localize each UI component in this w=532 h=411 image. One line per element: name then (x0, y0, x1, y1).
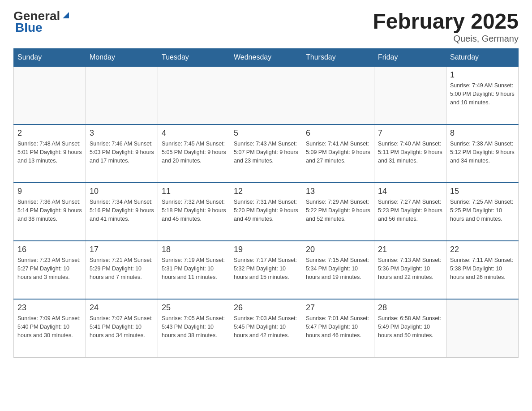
header-tuesday: Tuesday (158, 49, 230, 67)
table-row: 12Sunrise: 7:31 AM Sunset: 5:20 PM Dayli… (230, 183, 302, 241)
table-row: 7Sunrise: 7:40 AM Sunset: 5:11 PM Daylig… (374, 124, 446, 183)
day-info: Sunrise: 7:05 AM Sunset: 5:43 PM Dayligh… (162, 314, 226, 339)
day-info: Sunrise: 7:15 AM Sunset: 5:34 PM Dayligh… (306, 256, 370, 281)
page-title: February 2025 (373, 9, 519, 34)
table-row: 28Sunrise: 6:58 AM Sunset: 5:49 PM Dayli… (374, 299, 446, 357)
day-number: 22 (450, 245, 515, 254)
table-row: 8Sunrise: 7:38 AM Sunset: 5:12 PM Daylig… (446, 124, 519, 183)
day-info: Sunrise: 7:25 AM Sunset: 5:25 PM Dayligh… (450, 198, 515, 223)
table-row: 25Sunrise: 7:05 AM Sunset: 5:43 PM Dayli… (158, 299, 230, 357)
table-row: 24Sunrise: 7:07 AM Sunset: 5:41 PM Dayli… (86, 299, 158, 357)
table-row: 14Sunrise: 7:27 AM Sunset: 5:23 PM Dayli… (374, 183, 446, 241)
day-number: 26 (234, 303, 298, 313)
day-info: Sunrise: 6:58 AM Sunset: 5:49 PM Dayligh… (378, 314, 442, 339)
day-info: Sunrise: 7:17 AM Sunset: 5:32 PM Dayligh… (234, 256, 298, 281)
svg-marker-0 (63, 12, 69, 18)
day-number: 13 (306, 187, 370, 196)
table-row: 5Sunrise: 7:43 AM Sunset: 5:07 PM Daylig… (230, 124, 302, 183)
day-info: Sunrise: 7:45 AM Sunset: 5:05 PM Dayligh… (162, 140, 226, 165)
day-info: Sunrise: 7:07 AM Sunset: 5:41 PM Dayligh… (90, 314, 154, 339)
day-info: Sunrise: 7:19 AM Sunset: 5:31 PM Dayligh… (162, 256, 226, 281)
day-number: 23 (17, 303, 82, 313)
day-info: Sunrise: 7:40 AM Sunset: 5:11 PM Dayligh… (378, 140, 442, 165)
header-friday: Friday (374, 49, 446, 67)
day-number: 4 (162, 128, 226, 138)
table-row: 11Sunrise: 7:32 AM Sunset: 5:18 PM Dayli… (158, 183, 230, 241)
table-row: 13Sunrise: 7:29 AM Sunset: 5:22 PM Dayli… (302, 183, 374, 241)
day-info: Sunrise: 7:21 AM Sunset: 5:29 PM Dayligh… (90, 256, 154, 281)
day-info: Sunrise: 7:13 AM Sunset: 5:36 PM Dayligh… (378, 256, 442, 281)
day-number: 20 (306, 245, 370, 254)
day-number: 7 (378, 128, 442, 138)
table-row: 9Sunrise: 7:36 AM Sunset: 5:14 PM Daylig… (14, 183, 86, 241)
day-number: 25 (162, 303, 226, 313)
header-sunday: Sunday (14, 49, 86, 67)
day-info: Sunrise: 7:46 AM Sunset: 5:03 PM Dayligh… (90, 140, 154, 165)
day-number: 6 (306, 128, 370, 138)
day-info: Sunrise: 7:32 AM Sunset: 5:18 PM Dayligh… (162, 198, 226, 223)
table-row: 21Sunrise: 7:13 AM Sunset: 5:36 PM Dayli… (374, 241, 446, 299)
day-number: 11 (162, 187, 226, 196)
table-row: 18Sunrise: 7:19 AM Sunset: 5:31 PM Dayli… (158, 241, 230, 299)
day-number: 16 (17, 245, 82, 254)
day-number: 24 (90, 303, 154, 313)
header-thursday: Thursday (302, 49, 374, 67)
day-info: Sunrise: 7:03 AM Sunset: 5:45 PM Dayligh… (234, 314, 298, 339)
day-number: 18 (162, 245, 226, 254)
table-row (374, 66, 446, 124)
logo-blue-text: Blue (15, 21, 43, 35)
table-row (230, 66, 302, 124)
day-info: Sunrise: 7:34 AM Sunset: 5:16 PM Dayligh… (90, 198, 154, 223)
day-number: 5 (234, 128, 298, 138)
table-row: 19Sunrise: 7:17 AM Sunset: 5:32 PM Dayli… (230, 241, 302, 299)
title-block: February 2025 Queis, Germany (373, 9, 519, 44)
day-info: Sunrise: 7:43 AM Sunset: 5:07 PM Dayligh… (234, 140, 298, 165)
header-wednesday: Wednesday (230, 49, 302, 67)
calendar-header-row: Sunday Monday Tuesday Wednesday Thursday… (14, 49, 519, 67)
day-info: Sunrise: 7:09 AM Sunset: 5:40 PM Dayligh… (17, 314, 82, 339)
page-header: General Blue February 2025 Queis, German… (13, 9, 519, 44)
table-row: 16Sunrise: 7:23 AM Sunset: 5:27 PM Dayli… (14, 241, 86, 299)
day-info: Sunrise: 7:41 AM Sunset: 5:09 PM Dayligh… (306, 140, 370, 165)
day-number: 12 (234, 187, 298, 196)
table-row: 23Sunrise: 7:09 AM Sunset: 5:40 PM Dayli… (14, 299, 86, 357)
day-number: 1 (450, 70, 515, 80)
day-info: Sunrise: 7:23 AM Sunset: 5:27 PM Dayligh… (17, 256, 82, 281)
day-number: 2 (17, 128, 82, 138)
day-number: 28 (378, 303, 442, 313)
table-row: 1Sunrise: 7:49 AM Sunset: 5:00 PM Daylig… (446, 66, 519, 124)
table-row (86, 66, 158, 124)
table-row: 2Sunrise: 7:48 AM Sunset: 5:01 PM Daylig… (14, 124, 86, 183)
table-row: 3Sunrise: 7:46 AM Sunset: 5:03 PM Daylig… (86, 124, 158, 183)
day-info: Sunrise: 7:29 AM Sunset: 5:22 PM Dayligh… (306, 198, 370, 223)
day-info: Sunrise: 7:31 AM Sunset: 5:20 PM Dayligh… (234, 198, 298, 223)
table-row: 15Sunrise: 7:25 AM Sunset: 5:25 PM Dayli… (446, 183, 519, 241)
day-number: 19 (234, 245, 298, 254)
table-row: 20Sunrise: 7:15 AM Sunset: 5:34 PM Dayli… (302, 241, 374, 299)
table-row: 10Sunrise: 7:34 AM Sunset: 5:16 PM Dayli… (86, 183, 158, 241)
day-info: Sunrise: 7:48 AM Sunset: 5:01 PM Dayligh… (17, 140, 82, 165)
logo: General Blue (13, 9, 71, 35)
day-info: Sunrise: 7:27 AM Sunset: 5:23 PM Dayligh… (378, 198, 442, 223)
table-row (302, 66, 374, 124)
table-row: 4Sunrise: 7:45 AM Sunset: 5:05 PM Daylig… (158, 124, 230, 183)
day-info: Sunrise: 7:01 AM Sunset: 5:47 PM Dayligh… (306, 314, 370, 339)
day-info: Sunrise: 7:38 AM Sunset: 5:12 PM Dayligh… (450, 140, 515, 165)
table-row: 22Sunrise: 7:11 AM Sunset: 5:38 PM Dayli… (446, 241, 519, 299)
table-row (158, 66, 230, 124)
day-number: 27 (306, 303, 370, 313)
table-row: 26Sunrise: 7:03 AM Sunset: 5:45 PM Dayli… (230, 299, 302, 357)
header-monday: Monday (86, 49, 158, 67)
table-row: 27Sunrise: 7:01 AM Sunset: 5:47 PM Dayli… (302, 299, 374, 357)
day-number: 15 (450, 187, 515, 196)
calendar-table: Sunday Monday Tuesday Wednesday Thursday… (13, 48, 519, 358)
day-number: 10 (90, 187, 154, 196)
day-info: Sunrise: 7:11 AM Sunset: 5:38 PM Dayligh… (450, 256, 515, 281)
day-number: 14 (378, 187, 442, 196)
table-row: 17Sunrise: 7:21 AM Sunset: 5:29 PM Dayli… (86, 241, 158, 299)
day-info: Sunrise: 7:36 AM Sunset: 5:14 PM Dayligh… (17, 198, 82, 223)
day-number: 17 (90, 245, 154, 254)
logo-icon (61, 10, 71, 20)
table-row: 6Sunrise: 7:41 AM Sunset: 5:09 PM Daylig… (302, 124, 374, 183)
header-saturday: Saturday (446, 49, 519, 67)
